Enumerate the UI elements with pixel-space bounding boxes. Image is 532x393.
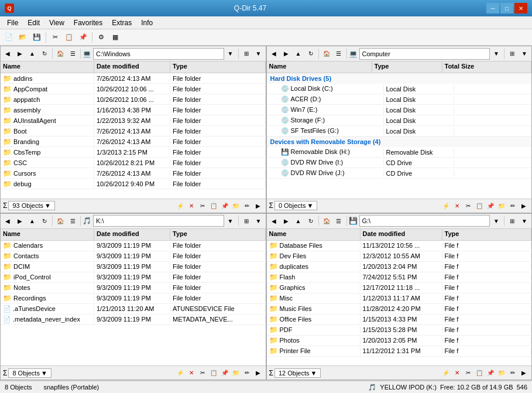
table-row[interactable]: 📁Photos1/20/2013 2:05 PMFile f (267, 336, 532, 346)
pane-br-forward[interactable]: ▶ (280, 215, 292, 227)
table-row[interactable]: 📁Branding7/26/2012 4:13 AMFile folder (1, 136, 266, 147)
pane-tl-back[interactable]: ◀ (2, 48, 13, 60)
col-tl-type[interactable]: Type (170, 61, 266, 73)
pane-tl-delete[interactable]: ✕ (186, 200, 197, 211)
pane-br-copy2[interactable]: 📋 (474, 368, 485, 378)
table-row[interactable]: 📁AppCompat10/26/2012 10:06 ...File folde… (1, 84, 266, 94)
pane-tr-flash[interactable]: ⚡ (441, 200, 451, 211)
table-row[interactable]: 📁Music Files11/28/2012 4:20 PMFile f (267, 304, 532, 315)
pane-bl-back[interactable]: ◀ (2, 215, 13, 227)
table-row[interactable]: 📁DCIM9/3/2009 11:19 PMFile folder (1, 262, 266, 272)
pane-bl-up[interactable]: ▲ (26, 215, 38, 227)
table-row[interactable]: 📁addins7/26/2012 4:13 AMFile folder (1, 73, 266, 84)
col-tl-date[interactable]: Date modified (94, 61, 170, 73)
col-tl-name[interactable]: Name (1, 61, 94, 73)
pane-tr-refresh[interactable]: ↻ (305, 48, 317, 60)
pane-tr-back[interactable]: ◀ (268, 48, 280, 60)
pane-tr-count[interactable]: 0 Objects ▼ (274, 201, 317, 210)
pane-tr-copy2[interactable]: 📋 (474, 200, 485, 211)
disk-row[interactable]: 💿ACER (D:)Local Disk (267, 94, 532, 105)
col-bl-date[interactable]: Date modified (94, 229, 170, 240)
pane-tl-count[interactable]: 93 Objects ▼ (8, 201, 54, 210)
col-br-type[interactable]: Type (442, 229, 532, 240)
pane-tl-up[interactable]: ▲ (26, 48, 38, 60)
table-row[interactable]: 📁Printer File11/12/2012 1:31 PMFile f (267, 346, 532, 357)
col-tr-type[interactable]: Type (372, 61, 442, 73)
disk-row[interactable]: 💿SF TestFiles (G:)Local Disk (267, 126, 532, 136)
tb-settings[interactable]: ⚙ (95, 31, 108, 44)
menu-extras[interactable]: Extras (107, 18, 136, 28)
pane-br-paste2[interactable]: 📌 (485, 368, 496, 378)
pane-br-refresh[interactable]: ↻ (305, 215, 317, 227)
tb-paste[interactable]: 📌 (77, 31, 90, 44)
pane-br-new[interactable]: 📁 (496, 368, 507, 378)
tb-open[interactable]: 📂 (16, 31, 29, 44)
pane-tr-forward[interactable]: ▶ (280, 48, 292, 60)
pane-tr-more[interactable]: ▶ (519, 200, 529, 211)
menu-view[interactable]: View (44, 18, 69, 28)
table-row[interactable]: 📁apppatch10/26/2012 10:06 ...File folder (1, 94, 266, 105)
pane-bl-paste2[interactable]: 📌 (219, 368, 230, 378)
pane-tr-path[interactable]: Computer (359, 48, 490, 60)
pane-bl-delete[interactable]: ✕ (186, 368, 197, 378)
table-row[interactable]: 📄.aTunesDevice1/21/2013 11:20 AMATUNESDE… (1, 304, 266, 315)
pane-tr-view[interactable]: ☰ (333, 48, 345, 60)
disk-row[interactable]: 💿Win7 (E:)Local Disk (267, 105, 532, 115)
maximize-button[interactable]: □ (500, 3, 513, 13)
pane-tr-cut2[interactable]: ✂ (463, 200, 473, 211)
col-tr-size[interactable]: Total Size (442, 61, 532, 73)
pane-bl-view[interactable]: ☰ (67, 215, 78, 227)
pane-br-home[interactable]: 🏠 (321, 215, 332, 227)
pane-tr-edit[interactable]: ✏ (507, 200, 518, 211)
pane-tl-refresh[interactable]: ↻ (39, 48, 50, 60)
table-row[interactable]: 📁Dev Files12/3/2012 10:55 AMFile f (267, 251, 532, 262)
pane-bl-opt[interactable]: ▼ (253, 215, 265, 227)
pane-tl-path-down[interactable]: ▼ (225, 48, 236, 60)
pane-tr-new[interactable]: 📁 (496, 200, 507, 211)
menu-info[interactable]: Info (136, 18, 157, 28)
pane-bl-filelist[interactable]: 📁Calendars9/3/2009 11:19 PMFile folder 📁… (1, 241, 266, 366)
pane-tl-edit[interactable]: ✏ (242, 200, 252, 211)
minimize-button[interactable]: ─ (486, 3, 499, 13)
tb-layout[interactable]: ▦ (109, 31, 122, 44)
table-row[interactable]: 📁AUInstallAgent1/22/2013 9:32 AMFile fol… (1, 115, 266, 126)
table-row[interactable]: 📁Database Files11/13/2012 10:56 ...File … (267, 241, 532, 251)
table-row[interactable]: 📁assembly1/16/2013 4:38 PMFile folder (1, 105, 266, 115)
pane-bl-path[interactable]: K:\ (93, 215, 224, 227)
table-row[interactable]: 📄.metadata_never_index9/3/2009 11:19 PMM… (1, 315, 266, 325)
col-bl-type[interactable]: Type (170, 229, 266, 240)
table-row[interactable]: 📁duplicates1/20/2013 2:04 PMFile f (267, 262, 532, 272)
pane-tl-view[interactable]: ☰ (67, 48, 78, 60)
table-row[interactable]: 📁PDF1/15/2013 5:28 PMFile f (267, 325, 532, 336)
table-row[interactable]: 📁iPod_Control9/3/2009 11:19 PMFile folde… (1, 272, 266, 283)
table-row[interactable]: 📁Graphics12/17/2012 11:18 ...File f (267, 283, 532, 293)
pane-bl-cut2[interactable]: ✂ (197, 368, 208, 378)
pane-bl-more[interactable]: ▶ (253, 368, 263, 378)
table-row[interactable]: 📁Office Files1/15/2013 4:33 PMFile f (267, 315, 532, 325)
table-row[interactable]: 📁Boot7/26/2012 4:13 AMFile folder (1, 126, 266, 136)
pane-tr-filelist[interactable]: Hard Disk Drives (5) 💿Local Disk (C:)Loc… (267, 73, 532, 199)
disk-row[interactable]: 💾Removable Disk (H:)Removable Disk (267, 147, 532, 158)
pane-tr-paste2[interactable]: 📌 (485, 200, 496, 211)
table-row[interactable]: 📁Notes9/3/2009 11:19 PMFile folder (1, 283, 266, 293)
table-row[interactable]: 📁Flash7/24/2012 5:51 PMFile f (267, 272, 532, 283)
pane-bl-flash[interactable]: ⚡ (175, 368, 186, 378)
pane-bl-copy2[interactable]: 📋 (208, 368, 219, 378)
tb-new[interactable]: 📄 (2, 31, 15, 44)
pane-tl-more[interactable]: ▶ (253, 200, 263, 211)
pane-tr-home[interactable]: 🏠 (321, 48, 332, 60)
table-row[interactable]: 📁Contacts9/3/2009 11:19 PMFile folder (1, 251, 266, 262)
pane-bl-new[interactable]: 📁 (231, 368, 241, 378)
pane-bl-edit[interactable]: ✏ (242, 368, 252, 378)
pane-bl-home[interactable]: 🏠 (54, 215, 66, 227)
pane-tr-opt[interactable]: ▼ (519, 48, 530, 60)
table-row[interactable]: 📁Calendars9/3/2009 11:19 PMFile folder (1, 241, 266, 251)
pane-br-back[interactable]: ◀ (268, 215, 280, 227)
disk-row[interactable]: 💿Storage (F:)Local Disk (267, 115, 532, 126)
pane-bl-count[interactable]: 8 Objects ▼ (8, 368, 51, 378)
menu-favorites[interactable]: Favorites (69, 18, 107, 28)
menu-edit[interactable]: Edit (23, 18, 44, 28)
disk-row[interactable]: 💿DVD RW Drive (J:)CD Drive (267, 168, 532, 179)
pane-bl-view2[interactable]: ⊞ (241, 215, 252, 227)
pane-br-view[interactable]: ☰ (333, 215, 345, 227)
